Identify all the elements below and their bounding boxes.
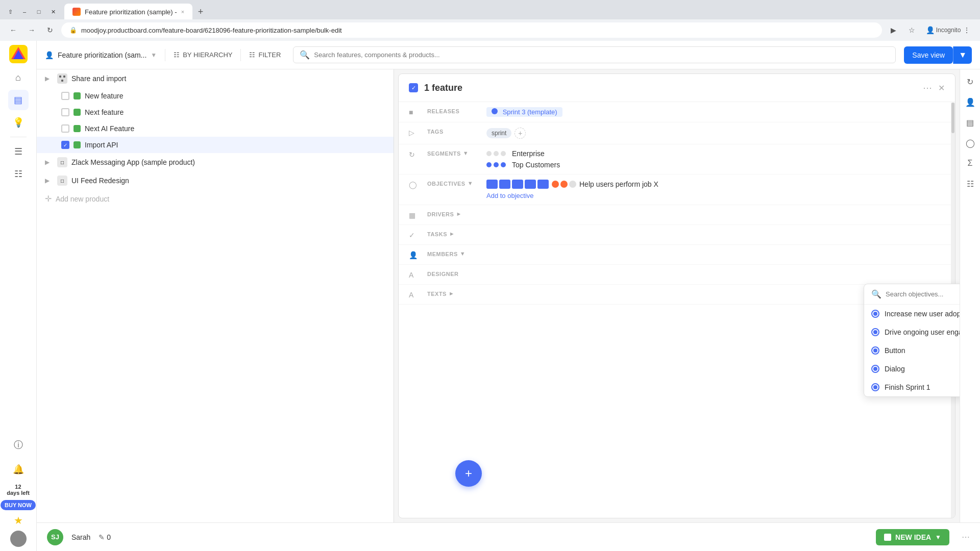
feature-item-ai[interactable]: Next AI Feature: [37, 120, 394, 137]
active-tab[interactable]: Feature prioritization (sample) - ×: [64, 4, 192, 20]
fab-add-btn[interactable]: +: [455, 460, 482, 487]
back-btn[interactable]: ←: [6, 23, 20, 37]
sidebar-home-icon[interactable]: ⌂: [8, 67, 29, 88]
feature-checkbox-next[interactable]: [61, 108, 69, 116]
sprint-chip[interactable]: sprint: [486, 128, 511, 138]
detail-more-btn[interactable]: ⋯: [923, 82, 932, 93]
hierarchy-btn[interactable]: ☷ BY HIERARCHY: [174, 51, 232, 59]
feature-checkbox-ai[interactable]: [61, 124, 69, 133]
add-product-btn[interactable]: ✛ Add new product: [37, 190, 394, 208]
add-objective-btn[interactable]: Add to objective: [486, 192, 945, 199]
feature-item-new[interactable]: New feature: [37, 88, 394, 104]
obj-search-icon: 🔍: [871, 289, 881, 299]
obj-radio-3: [871, 346, 879, 355]
address-bar[interactable]: 🔒 moodjoy.productboard.com/feature-board…: [61, 22, 882, 38]
expand-share-import[interactable]: ▶: [45, 75, 53, 82]
obj-bar-3: [512, 180, 523, 189]
topbar-sep1: [165, 49, 165, 61]
sidebar-divider: [10, 137, 27, 137]
reload-btn[interactable]: ↻: [43, 23, 57, 37]
user-avatar-sidebar[interactable]: [10, 531, 27, 547]
segments-icon: ↻: [409, 151, 419, 159]
sidebar-star-icon[interactable]: ★: [14, 514, 23, 527]
win-min-btn[interactable]: –: [18, 6, 31, 18]
detail-checkbox[interactable]: ✓: [409, 83, 418, 92]
notes-icon-sym: ✎: [99, 533, 105, 541]
win-close2-btn[interactable]: ✕: [47, 6, 59, 18]
right-panel-clock-icon[interactable]: ◯: [962, 135, 978, 151]
segments-dropdown-chevron[interactable]: ▼: [463, 150, 469, 156]
new-idea-label: NEW IDEA: [895, 533, 931, 541]
bottom-more-btn[interactable]: ⋯: [962, 532, 970, 542]
app-container: ⌂ ▤ 💡 ☰ ☷ ⓘ 🔔 12days left BUY NOW ★ 👤 Fe…: [0, 41, 980, 551]
sidebar-insights-icon[interactable]: 💡: [8, 112, 29, 133]
new-tab-btn[interactable]: +: [193, 5, 208, 19]
expand-ui-feed[interactable]: ▶: [45, 177, 53, 184]
add-product-icon: ✛: [45, 194, 52, 204]
zlack-title: Zlack Messaging App (sample product): [71, 158, 195, 166]
bookmark-btn[interactable]: ☆: [904, 23, 919, 37]
notes-section: ✎ 0: [99, 533, 111, 541]
user-initials: SJ: [51, 533, 59, 541]
right-panel-refresh-icon[interactable]: ↻: [962, 73, 978, 90]
save-view-btn[interactable]: Save view: [904, 46, 953, 64]
feature-checkbox-import[interactable]: ✓: [61, 141, 69, 149]
obj-search-input[interactable]: [886, 290, 960, 298]
feature-item-next[interactable]: Next feature: [37, 104, 394, 120]
releases-icon: ■: [409, 108, 419, 116]
scrollbar-thumb[interactable]: [951, 103, 954, 133]
right-panel-person-icon[interactable]: 👤: [962, 94, 978, 110]
right-panel-line-chart-icon[interactable]: ☷: [962, 176, 978, 192]
obj-item-2[interactable]: Drive ongoing user engagement: [864, 323, 960, 341]
incognito-btn[interactable]: Incognito: [941, 23, 955, 37]
forward-btn[interactable]: →: [24, 23, 39, 37]
feature-dot-ai: [74, 125, 81, 132]
buy-now-btn[interactable]: BUY NOW: [1, 500, 36, 510]
menu-btn[interactable]: ⋮: [960, 23, 974, 37]
sidebar-chart-icon[interactable]: ☷: [8, 164, 29, 184]
tasks-chevron[interactable]: ►: [449, 231, 455, 237]
right-panel-chart-icon[interactable]: ▤: [962, 114, 978, 131]
objectives-dropdown-chevron[interactable]: ▼: [468, 180, 473, 186]
win-max-btn[interactable]: □: [33, 6, 45, 18]
detail-header: ✓ 1 feature ⋯ ✕: [399, 74, 955, 102]
view-title: 👤 Feature prioritization (sam... ▼: [45, 51, 157, 59]
search-icon: 🔍: [300, 50, 310, 60]
new-idea-dropdown-icon[interactable]: ▼: [935, 534, 941, 541]
new-idea-btn[interactable]: NEW IDEA ▼: [876, 529, 949, 545]
objective-text: Help users perform job X: [579, 180, 658, 188]
sidebar-list-icon[interactable]: ☰: [8, 141, 29, 162]
sidebar-board-icon[interactable]: ▤: [8, 90, 29, 110]
detail-area: ✓ 1 feature ⋯ ✕ ■ RELEASES: [394, 69, 960, 522]
obj-item-3[interactable]: Button: [864, 341, 960, 360]
filter-btn[interactable]: ☷ FILTER: [249, 51, 281, 59]
right-panel-sigma-icon[interactable]: Σ: [962, 155, 978, 171]
app-logo[interactable]: [9, 45, 28, 63]
browser-tabs: ⇧ – □ ✕ Feature prioritization (sample) …: [0, 0, 980, 19]
detail-close-btn[interactable]: ✕: [938, 83, 945, 93]
tab-close-btn[interactable]: ×: [181, 9, 184, 15]
segments-label: SEGMENTS: [427, 151, 461, 157]
right-panel: ↻ 👤 ▤ ◯ Σ ☷: [960, 69, 980, 522]
tag-add-btn[interactable]: +: [514, 128, 526, 139]
search-input[interactable]: [314, 51, 889, 59]
objectives-icon: ◯: [409, 181, 419, 189]
drivers-chevron[interactable]: ►: [456, 211, 461, 217]
feature-checkbox-new[interactable]: [61, 92, 69, 100]
drivers-label: DRIVERS: [427, 211, 454, 217]
cast-btn[interactable]: ▶: [886, 23, 900, 37]
texts-chevron[interactable]: ►: [449, 290, 454, 296]
view-dropdown-btn[interactable]: ▼: [151, 52, 157, 59]
obj-item-5[interactable]: Finish Sprint 1: [864, 378, 960, 396]
obj-item-1[interactable]: Increase new user adoption: [864, 305, 960, 323]
save-view-dropdown-btn[interactable]: ▼: [953, 46, 972, 64]
profile-btn[interactable]: 👤: [923, 23, 937, 37]
sidebar-bell-icon[interactable]: 🔔: [8, 459, 29, 480]
expand-zlack[interactable]: ▶: [45, 159, 53, 166]
sidebar-help-icon[interactable]: ⓘ: [8, 435, 29, 455]
feature-item-import[interactable]: ✓ Import API: [37, 137, 394, 153]
members-chevron[interactable]: ▼: [460, 251, 465, 257]
obj-radio-1: [871, 310, 879, 318]
win-close-btn[interactable]: ⇧: [4, 6, 16, 18]
obj-item-4[interactable]: Dialog: [864, 360, 960, 378]
